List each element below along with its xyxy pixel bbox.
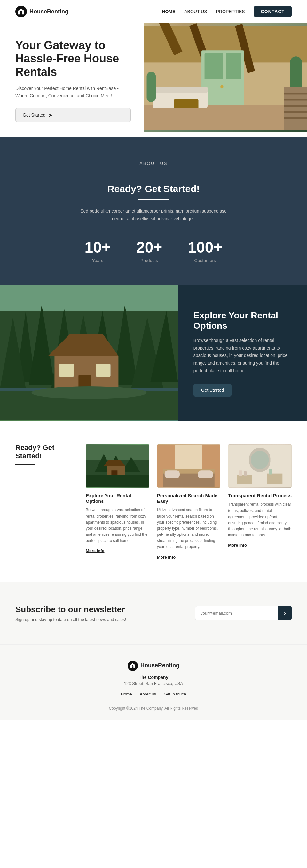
svg-rect-68 [244,471,247,476]
footer-link-about[interactable]: About us [140,692,156,696]
svg-rect-61 [198,471,213,478]
nav-home[interactable]: HOME [162,9,175,14]
nav-about[interactable]: ABOUT US [184,9,207,14]
svg-rect-22 [284,118,307,119]
feature-card-2-body: Utilize advanced search filters to tailo… [157,507,221,550]
newsletter-text: Subscribe to our newsletter Sign up and … [15,604,126,622]
svg-rect-8 [205,54,223,80]
card3-illustration [228,443,292,488]
logo-svg [18,8,25,15]
footer-logo-svg [130,663,136,669]
svg-point-71 [132,665,133,666]
hero-image [144,23,307,137]
svg-point-0 [20,10,22,12]
hero-text: Your Gateway to Hassle-Free House Rental… [15,23,144,137]
feature-card-1-link[interactable]: More Info [86,548,105,553]
stat-customers: 100+ Customers [188,239,222,263]
feature-card-1-image [86,443,149,488]
svg-rect-19 [284,99,307,101]
hero-title: Your Gateway to Hassle-Free House Rental… [15,39,131,79]
nav-properties[interactable]: PROPERTIES [216,9,245,14]
feature-card-2-link[interactable]: More Info [157,555,176,559]
logo[interactable]: HouseRenting [15,6,68,17]
explore-text-panel: Explore Your Rental Options Browse throu… [178,285,307,421]
hero-section: Your Gateway to Hassle-Free House Rental… [0,23,307,137]
newsletter-email-input[interactable] [195,606,278,620]
cabin-illustration [0,285,178,420]
footer-logo-icon [128,660,138,671]
feature-card-3-link[interactable]: More Info [228,543,247,548]
about-body: Sed pede ullamcorper amet ullamcorper pr… [77,208,230,223]
svg-rect-40 [59,364,73,377]
explore-body: Browse through a vast selection of renta… [194,337,292,375]
explore-cta-button[interactable]: Get Started [194,384,232,397]
stats-container: 10+ Years 20+ Products 100+ Customers [15,239,292,263]
card1-illustration [86,443,149,488]
svg-rect-66 [237,475,252,484]
newsletter-section: Subscribe to our newsletter Sign up and … [0,582,307,644]
svg-rect-70 [269,469,272,475]
logo-icon [15,6,27,17]
stat-products-number: 20+ [136,239,162,256]
svg-rect-20 [284,105,307,107]
arrow-icon: ➤ [48,112,53,118]
feature-card-1-body: Browse through a vast selection of renta… [86,507,149,544]
feature-card-3-image [228,443,292,488]
feature-card-1-title: Explore Your Rental Options [86,493,149,504]
feature-card-2-image [157,443,221,488]
logo-text: HouseRenting [29,8,68,15]
svg-rect-16 [147,72,156,102]
about-label: ABOUT US [77,160,230,167]
room-illustration [144,23,307,132]
about-section: ABOUT US Ready? Get Started! Sed pede ul… [0,137,307,285]
feature-card-3-body: Transparent rental process with clear te… [228,501,292,538]
about-title: Ready? Get Started! [15,183,292,194]
footer: HouseRenting The Company 123 Street, San… [0,644,307,720]
feature-card-2: Personalized Search Made Easy Utilize ad… [157,443,221,559]
features-divider [15,464,35,465]
newsletter-form: › [195,606,292,620]
stat-years-label: Years [85,258,111,263]
features-cards: Explore Your Rental Options Browse throu… [86,443,292,559]
explore-title: Explore Your Rental Options [194,310,292,331]
svg-rect-21 [284,112,307,113]
card2-illustration [157,443,221,488]
features-title: Ready? Get Started! [15,443,73,460]
explore-banner: Explore Your Rental Options Browse throu… [0,285,307,421]
stat-customers-label: Customers [188,258,222,263]
stat-years: 10+ Years [85,239,111,263]
nav-links: HOME ABOUT US PROPERTIES CONTACT [162,6,292,17]
newsletter-title: Subscribe to our newsletter [15,604,126,615]
svg-point-43 [31,386,146,399]
hero-photo [144,23,307,132]
hero-cta-button[interactable]: Get Started ➤ [15,108,131,122]
feature-card-3-title: Transparent Rental Process [228,493,292,498]
svg-rect-67 [239,471,242,476]
footer-address: 123 Street, San Francisco, USA [15,681,292,686]
feature-card-3: Transparent Rental Process Transparent r… [228,443,292,559]
stat-years-number: 10+ [85,239,111,256]
svg-point-65 [251,451,269,469]
newsletter-submit-button[interactable]: › [278,606,292,620]
about-divider [137,199,170,200]
footer-logo-text: HouseRenting [140,662,179,669]
footer-links: Home About us Get in touch [15,692,292,696]
stat-customers-number: 100+ [188,239,222,256]
footer-copyright: Copyright ©2024 The Company, All Rights … [15,706,292,711]
svg-point-10 [220,86,224,89]
nav-contact-button[interactable]: CONTACT [254,6,292,17]
features-section: Ready? Get Started! [0,421,307,582]
svg-rect-9 [226,54,241,80]
svg-rect-52 [86,475,149,488]
footer-link-contact[interactable]: Get in touch [164,692,186,696]
features-left: Ready? Get Started! [15,443,73,559]
newsletter-subtitle: Sign up and stay up to date on all the l… [15,617,126,622]
svg-rect-14 [174,99,199,108]
stat-products-label: Products [136,258,162,263]
footer-link-home[interactable]: Home [121,692,132,696]
feature-card-1: Explore Your Rental Options Browse throu… [86,443,149,559]
hero-cta-label: Get Started [23,112,46,118]
navbar: HouseRenting HOME ABOUT US PROPERTIES CO… [0,0,307,23]
feature-card-2-title: Personalized Search Made Easy [157,493,221,504]
svg-rect-60 [164,471,179,478]
